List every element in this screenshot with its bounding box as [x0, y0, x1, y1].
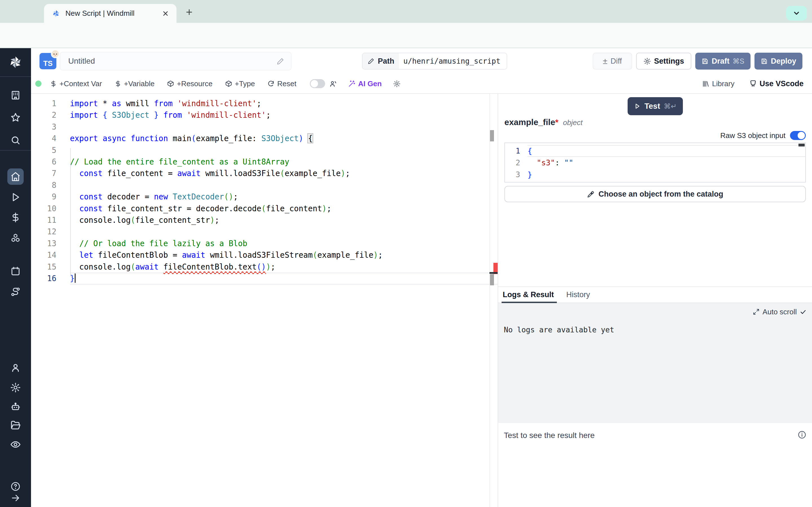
result-area: Test to see the result here	[498, 423, 812, 507]
gear-icon	[644, 57, 651, 65]
line-number: 10	[31, 203, 70, 214]
tab-search-chevron-button[interactable]	[786, 6, 807, 20]
add-resource-button[interactable]: +Resource	[167, 79, 212, 88]
test-button[interactable]: Test ⌘↵	[627, 97, 683, 115]
code-line-11[interactable]: 11 console.log(file_content_str);	[31, 214, 498, 226]
refresh-icon	[267, 80, 274, 87]
edit-title-pencil-icon[interactable]	[276, 57, 284, 65]
tab-history[interactable]: History	[566, 287, 590, 302]
result-placeholder: Test to see the result here	[504, 431, 595, 440]
sidebar-expand-button[interactable]	[7, 490, 24, 506]
required-asterisk: *	[555, 117, 559, 127]
package-icon	[225, 80, 232, 87]
info-icon[interactable]	[798, 431, 806, 439]
new-tab-button[interactable]	[183, 6, 196, 18]
script-title: Untitled	[68, 57, 95, 66]
code-line-16[interactable]: 16}	[31, 273, 498, 284]
vscode-icon	[749, 80, 757, 88]
package-icon	[167, 80, 174, 87]
code-line-9[interactable]: 9 const decoder = new TextDecoder();	[31, 191, 498, 203]
path-value[interactable]: u/henri/amusing_script	[399, 53, 507, 69]
arrow-right-icon	[10, 493, 20, 503]
diff-button[interactable]: ± Diff	[593, 53, 632, 69]
sidebar-divider	[0, 150, 31, 151]
save-icon	[702, 58, 709, 65]
use-vscode-button[interactable]: Use VScode	[749, 79, 804, 88]
sidebar-item-search[interactable]	[7, 132, 24, 149]
line-number: 12	[31, 226, 70, 237]
lang-status-dot	[35, 80, 42, 87]
code-line-10[interactable]: 10 const file_content_str = decoder.deco…	[31, 203, 498, 214]
building-icon	[10, 90, 21, 101]
code-line-2[interactable]: 2import { S3Object } from 'windmill-clie…	[31, 109, 498, 121]
edit-path-pencil-icon	[368, 58, 374, 64]
settings-button[interactable]: Settings	[636, 53, 692, 69]
choose-object-button[interactable]: Choose an object from the catalog	[504, 186, 806, 202]
ai-gen-button[interactable]: AI Gen	[348, 79, 382, 88]
user-icon	[10, 362, 21, 373]
arg-json-editor[interactable]: 1{2 "s3": ""3}	[504, 143, 806, 182]
sidebar-item-flows[interactable]	[7, 284, 24, 300]
star-icon	[10, 112, 21, 123]
code-line-15[interactable]: 15 console.log(await fileContentBlob.tex…	[31, 261, 498, 273]
sidebar-item-resources[interactable]	[7, 230, 24, 246]
add-type-button[interactable]: +Type	[225, 79, 255, 88]
sidebar-item-favorites[interactable]	[7, 109, 24, 126]
cursor-overview-mark	[490, 272, 498, 274]
code-line-7[interactable]: 7 const file_content = await wmill.loadS…	[31, 168, 498, 179]
json-lines: 1{2 "s3": ""3}	[505, 145, 805, 180]
multiplayer-icon	[329, 80, 337, 88]
code-line-14[interactable]: 14 let fileContentBlob = await wmill.loa…	[31, 249, 498, 261]
code-line-3[interactable]: 3}	[505, 169, 805, 180]
sidebar-item-runs[interactable]	[7, 189, 24, 205]
sidebar-item-schedules[interactable]	[7, 263, 24, 279]
code-line-2[interactable]: 2 "s3": ""	[505, 157, 805, 169]
script-header: TS Untitled Path u/henri/amusing_script	[31, 48, 812, 74]
code-line-5[interactable]: 5	[31, 145, 498, 156]
sidebar-item-workspace[interactable]	[7, 87, 24, 103]
tab-logs-result[interactable]: Logs & Result	[503, 287, 554, 302]
code-line-1[interactable]: 1import * as wmill from 'windmill-client…	[31, 98, 498, 109]
code-line-8[interactable]: 8	[31, 179, 498, 191]
auto-scroll-control[interactable]: Auto scroll	[753, 307, 806, 316]
add-variable-button[interactable]: +Variable	[114, 79, 155, 88]
draft-button[interactable]: Draft ⌘S	[695, 53, 751, 69]
browser-tab[interactable]: New Script | Windmill	[44, 4, 176, 23]
script-settings-gear-icon[interactable]	[393, 80, 401, 88]
sidebar-item-home[interactable]	[7, 168, 24, 185]
sidebar-item-variables[interactable]	[7, 209, 24, 226]
code-line-13[interactable]: 13 // Or load the file lazily as a Blob	[31, 238, 498, 249]
code-line-12[interactable]: 12	[31, 226, 498, 237]
windmill-logo[interactable]	[8, 55, 23, 69]
scrollbar-thumb[interactable]	[490, 274, 494, 285]
windmill-favicon	[52, 9, 60, 18]
sidebar-item-folders[interactable]	[7, 417, 24, 434]
line-number: 1	[31, 98, 70, 109]
code-line-3[interactable]: 3	[31, 121, 498, 133]
code-line-6[interactable]: 6// Load the entire file_content as a Ui…	[31, 156, 498, 168]
sidebar-item-audit-logs[interactable]	[7, 436, 24, 453]
line-number: 15	[31, 261, 70, 273]
code-line-4[interactable]: 4export async function main(example_file…	[31, 133, 498, 144]
script-title-field[interactable]: Untitled	[60, 52, 292, 70]
sidebar-item-workers[interactable]	[7, 399, 24, 415]
tab-close-icon[interactable]	[161, 9, 170, 18]
sidebar-item-settings[interactable]	[7, 379, 24, 396]
path-group[interactable]: Path u/henri/amusing_script	[362, 53, 507, 69]
scrollbar-thumb[interactable]	[490, 130, 494, 142]
sidebar-item-user[interactable]	[7, 360, 24, 376]
multiplayer-toggle[interactable]	[310, 79, 325, 88]
code-editor[interactable]: 1import * as wmill from 'windmill-client…	[31, 94, 498, 507]
browser-url-row: app.windmill.dev/scripts/add#JTdCJTIyaGF…	[0, 23, 812, 48]
code-line-1[interactable]: 1{	[505, 145, 805, 157]
library-button[interactable]: Library	[702, 79, 734, 88]
add-context-var-button[interactable]: +Context Var	[50, 79, 102, 88]
line-number: 5	[31, 145, 70, 156]
deploy-button[interactable]: Deploy	[755, 53, 802, 69]
raw-s3-label: Raw S3 object input	[720, 131, 785, 140]
draft-shortcut: ⌘S	[732, 57, 744, 65]
reset-button[interactable]: Reset	[267, 79, 296, 88]
raw-s3-toggle[interactable]	[790, 131, 806, 140]
line-number: 14	[31, 249, 70, 261]
folder-open-icon	[10, 420, 21, 431]
